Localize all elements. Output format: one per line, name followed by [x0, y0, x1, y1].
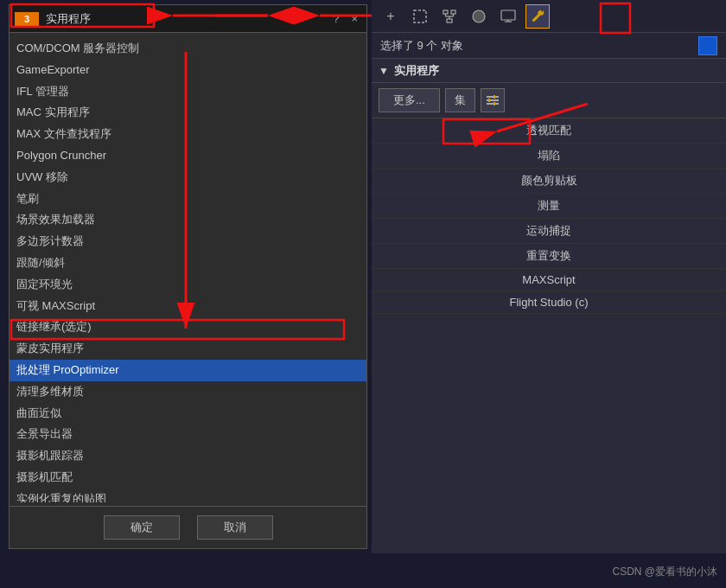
svg-point-8	[473, 10, 485, 22]
dialog: 3 实用程序 ? × COM/DCOM 服务器控制 GameExporter I…	[9, 4, 367, 549]
set-button[interactable]: 集	[445, 88, 475, 112]
list-item-14[interactable]: 蒙皮实用程序	[10, 338, 366, 360]
settings-icon-button[interactable]	[481, 88, 505, 112]
svg-rect-0	[414, 10, 426, 22]
list-item-13[interactable]: 链接继承(选定)	[10, 316, 366, 338]
svg-rect-3	[447, 19, 452, 22]
utility-item-0[interactable]: 透视匹配	[372, 118, 726, 144]
ok-button[interactable]: 确定	[104, 515, 180, 540]
sphere-icon[interactable]	[467, 4, 491, 29]
help-button[interactable]: ?	[333, 12, 339, 25]
collapse-arrow[interactable]: ▼	[379, 65, 389, 77]
dialog-title: 实用程序	[46, 11, 333, 27]
wrench-icon[interactable]	[525, 4, 550, 29]
list-item-2[interactable]: IFL 管理器	[10, 81, 366, 103]
svg-rect-2	[451, 10, 455, 14]
add-icon[interactable]: +	[379, 4, 403, 29]
svg-rect-1	[443, 10, 448, 14]
list-item-0[interactable]: COM/DCOM 服务器控制	[10, 38, 366, 60]
svg-rect-14	[487, 103, 499, 105]
utilities-header: ▼ 实用程序	[372, 59, 726, 83]
list-item-1[interactable]: GameExporter	[10, 60, 366, 81]
hierarchy-icon[interactable]	[437, 4, 462, 29]
list-item-3[interactable]: MAC 实用程序	[10, 102, 366, 124]
dialog-list-container: COM/DCOM 服务器控制 GameExporter IFL 管理器 MAC …	[10, 33, 366, 506]
right-toolbar: +	[372, 0, 726, 33]
dialog-title-bar: 3 实用程序 ? ×	[10, 5, 366, 33]
svg-rect-17	[494, 102, 495, 105]
dialog-logo: 3	[15, 12, 39, 26]
utility-item-1[interactable]: 塌陷	[372, 144, 726, 169]
watermark: CSDN @爱看书的小沐	[612, 565, 717, 579]
svg-rect-15	[494, 95, 495, 99]
utility-item-6[interactable]: MAXScript	[372, 269, 726, 291]
dialog-list: COM/DCOM 服务器控制 GameExporter IFL 管理器 MAC …	[10, 36, 366, 502]
list-item-16[interactable]: 清理多维材质	[10, 381, 366, 403]
list-item-21[interactable]: 实例化重复的贴图	[10, 489, 366, 502]
list-item-11[interactable]: 固定环境光	[10, 274, 366, 296]
selection-bar: 选择了 9 个 对象	[372, 33, 726, 59]
list-item-8[interactable]: 场景效果加载器	[10, 209, 366, 231]
cancel-button[interactable]: 取消	[197, 515, 273, 540]
close-button[interactable]: ×	[347, 12, 361, 25]
selection-color-swatch[interactable]	[698, 36, 717, 55]
list-item-4[interactable]: MAX 文件查找程序	[10, 124, 366, 145]
list-item-7[interactable]: 笔刷	[10, 189, 366, 210]
utilities-title: 实用程序	[394, 63, 439, 79]
list-item-12[interactable]: 可视 MAXScript	[10, 296, 366, 317]
svg-rect-9	[501, 10, 515, 20]
monitor-icon[interactable]	[496, 4, 520, 29]
svg-rect-12	[487, 96, 499, 98]
svg-rect-16	[488, 99, 490, 102]
utility-item-7[interactable]: Flight Studio (c)	[372, 291, 726, 314]
utility-item-4[interactable]: 运动捕捉	[372, 219, 726, 244]
list-item-15[interactable]: 批处理 ProOptimizer	[10, 360, 366, 381]
utility-list: 透视匹配 塌陷 颜色剪贴板 测量 运动捕捉 重置变换 MAXScript Fli…	[372, 118, 726, 314]
dialog-buttons: 确定 取消	[10, 506, 366, 548]
select-region-icon[interactable]	[408, 4, 432, 29]
utilities-controls: 更多... 集	[372, 83, 726, 118]
list-item-10[interactable]: 跟随/倾斜	[10, 252, 366, 274]
list-item-6[interactable]: UVW 移除	[10, 167, 366, 189]
logo-number: 3	[24, 14, 29, 24]
utilities-section: ▼ 实用程序 更多... 集 透视匹配 塌陷 颜色剪贴板 测量 运动捕捉 重置变…	[372, 59, 726, 314]
list-item-20[interactable]: 摄影机匹配	[10, 467, 366, 489]
list-item-5[interactable]: Polygon Cruncher	[10, 145, 366, 167]
list-item-17[interactable]: 曲面近似	[10, 403, 366, 425]
utility-item-3[interactable]: 测量	[372, 194, 726, 219]
selection-text: 选择了 9 个 对象	[380, 38, 698, 54]
list-item-18[interactable]: 全景导出器	[10, 424, 366, 445]
list-item-19[interactable]: 摄影机跟踪器	[10, 445, 366, 467]
more-button[interactable]: 更多...	[379, 88, 440, 112]
utility-item-5[interactable]: 重置变换	[372, 244, 726, 269]
list-item-9[interactable]: 多边形计数器	[10, 231, 366, 252]
utility-item-2[interactable]: 颜色剪贴板	[372, 169, 726, 194]
